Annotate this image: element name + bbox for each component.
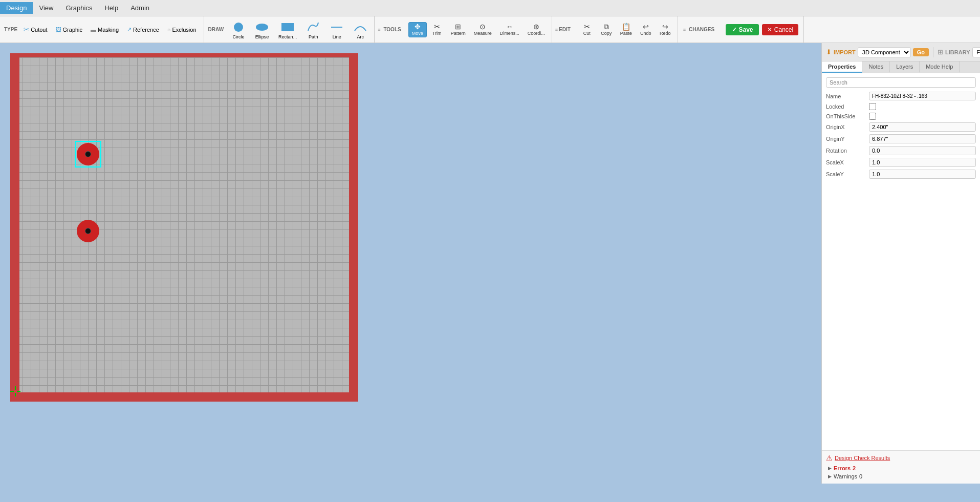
errors-row[interactable]: ▶ Errors 2 (826, 464, 976, 472)
menu-admin[interactable]: Admin (124, 2, 156, 14)
tools-header: TOOLS (383, 27, 401, 32)
type-section: TYPE ✂ Cutout 🖼 Graphic ▬ Masking ↗ Refe… (0, 16, 204, 43)
draw-circle[interactable]: Circle (229, 18, 248, 41)
edit-undo[interactable]: ↩ Undo (637, 22, 655, 37)
prop-onthisside-label: OnThisSide (826, 113, 867, 119)
draw-line[interactable]: Line (327, 18, 346, 41)
tool-pattern-label: Pattern (451, 31, 466, 36)
fastener-1-circle (77, 143, 99, 165)
type-graphic[interactable]: 🖼 Graphic (53, 25, 86, 34)
tool-dimensions[interactable]: ↔ Dimens... (496, 22, 523, 37)
type-exclusion[interactable]: ○ Exclusion (164, 25, 200, 34)
tool-trim[interactable]: ✂ Trim (428, 22, 446, 37)
design-check-section: ⚠ Design Check Results ▶ Errors 2 ▶ Warn… (822, 450, 980, 484)
cancel-label: Cancel (774, 26, 793, 33)
menu-graphics[interactable]: Graphics (59, 2, 98, 14)
ellipse-shape-icon (255, 22, 269, 32)
library-type-select[interactable]: Fasteners (972, 47, 980, 57)
draw-arc[interactable]: Arc (351, 18, 370, 41)
tool-measure-label: Measure (474, 31, 492, 36)
draw-path[interactable]: Path (303, 18, 323, 41)
prop-locked-checkbox[interactable] (869, 103, 876, 110)
edit-paste-label: Paste (620, 31, 632, 36)
draw-line-label: Line (333, 34, 341, 39)
board-grid (14, 57, 354, 398)
errors-label: Errors (834, 465, 851, 471)
fastener-1-center (85, 151, 91, 157)
tool-pattern[interactable]: ⊞ Pattern (447, 22, 469, 37)
board-left-strip (10, 57, 19, 398)
save-button[interactable]: ✓ Save (726, 24, 759, 35)
edit-redo[interactable]: ↪ Redo (656, 22, 674, 37)
tools-header-icon: ≡ (378, 27, 380, 32)
tab-properties[interactable]: Properties (822, 61, 862, 73)
prop-scalex-input[interactable] (869, 158, 976, 167)
tab-notes[interactable]: Notes (862, 61, 890, 73)
warnings-row[interactable]: ▶ Warnings 0 (826, 472, 976, 480)
prop-scaley-label: ScaleY (826, 171, 867, 177)
board-right-strip (349, 57, 358, 398)
prop-name-row: Name (826, 92, 976, 100)
canvas-area[interactable] (0, 43, 821, 484)
fastener-2[interactable] (77, 220, 99, 242)
tool-coordinates[interactable]: ⊕ Coordi... (524, 22, 549, 37)
prop-onthisside-checkbox[interactable] (869, 113, 876, 120)
rectangle-shape-icon (281, 22, 294, 32)
import-type-select[interactable]: 3D Component (858, 47, 911, 57)
type-masking[interactable]: ▬ Masking (88, 25, 122, 34)
main-area: ⬇ IMPORT 3D Component Go ⊞ LIBRARY Faste… (0, 43, 980, 484)
menu-bar: Design View Graphics Help Admin (0, 0, 980, 16)
exclusion-label: Exclusion (172, 27, 196, 33)
search-input[interactable] (826, 77, 976, 88)
edit-copy-label: Copy (601, 31, 612, 36)
warnings-count: 0 (859, 473, 862, 479)
draw-label: DRAW (208, 27, 224, 32)
prop-originx-input[interactable] (869, 122, 976, 132)
tool-measure[interactable]: ⊙ Measure (470, 22, 495, 37)
canvas-board (10, 53, 358, 402)
tab-layers[interactable]: Layers (890, 61, 920, 73)
cancel-button[interactable]: ✕ Cancel (762, 24, 798, 35)
board-bottom-strip (14, 392, 354, 402)
type-reference[interactable]: ↗ Reference (124, 25, 162, 34)
prop-rotation-input[interactable] (869, 146, 976, 155)
type-cutout[interactable]: ✂ Cutout (20, 24, 50, 35)
prop-originy-input[interactable] (869, 134, 976, 143)
cancel-x-icon: ✕ (767, 26, 772, 33)
import-go-button[interactable]: Go (913, 48, 929, 56)
edit-copy[interactable]: ⧉ Copy (597, 22, 616, 37)
prop-scaley-row: ScaleY (826, 170, 976, 179)
draw-ellipse[interactable]: Ellipse (252, 18, 272, 41)
tool-move[interactable]: ✥ Move (408, 22, 427, 37)
draw-arc-label: Arc (357, 34, 364, 39)
errors-expand-icon: ▶ (828, 466, 832, 471)
prop-name-input[interactable] (869, 92, 976, 100)
tool-coordinates-label: Coordi... (528, 31, 545, 36)
fastener-1-selected[interactable] (77, 143, 99, 165)
prop-scaley-input[interactable] (869, 170, 976, 179)
menu-view[interactable]: View (33, 2, 59, 14)
prop-originx-label: OriginX (826, 124, 867, 130)
design-check-title[interactable]: ⚠ Design Check Results (826, 454, 976, 462)
tab-mode-help[interactable]: Mode Help (920, 61, 960, 73)
library-section: ⊞ LIBRARY Fasteners Go (933, 47, 980, 57)
prop-name-label: Name (826, 93, 867, 99)
edit-paste[interactable]: 📋 Paste (617, 22, 636, 37)
tool-dimensions-label: Dimens... (500, 31, 519, 36)
svg-point-1 (256, 24, 268, 31)
arc-shape-icon (354, 22, 367, 33)
draw-rectangle[interactable]: Rectan... (276, 18, 299, 41)
prop-originx-row: OriginX (826, 122, 976, 132)
origin-crosshair (10, 386, 20, 396)
copy-icon: ⧉ (604, 23, 609, 30)
menu-help[interactable]: Help (98, 2, 124, 14)
graphic-icon: 🖼 (56, 27, 61, 33)
save-checkmark-icon: ✓ (732, 26, 737, 33)
import-library-bar: ⬇ IMPORT 3D Component Go ⊞ LIBRARY Faste… (822, 43, 980, 61)
prop-onthisside-row: OnThisSide (826, 113, 976, 120)
edit-header: EDIT (559, 27, 571, 32)
menu-design[interactable]: Design (0, 2, 33, 14)
redo-icon: ↪ (662, 23, 668, 30)
edit-cut[interactable]: ✂ Cut (578, 22, 596, 37)
cut-icon: ✂ (584, 23, 590, 30)
